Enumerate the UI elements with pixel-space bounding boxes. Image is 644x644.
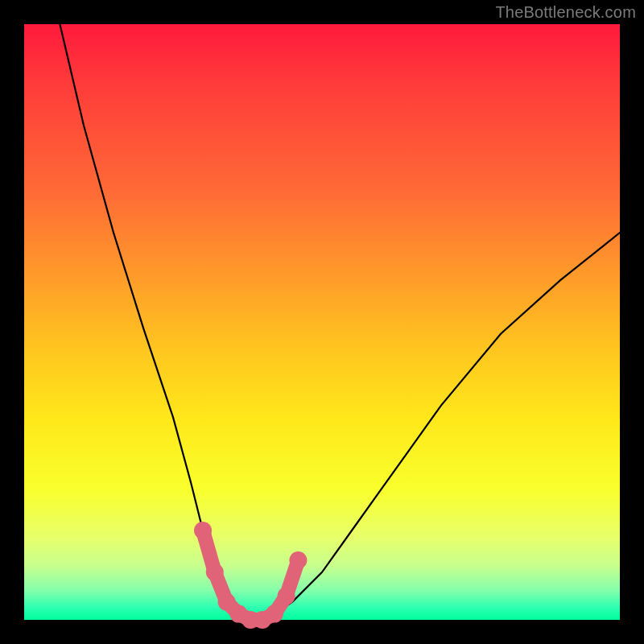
highlight-point bbox=[278, 587, 295, 605]
highlight-point bbox=[206, 564, 224, 581]
bottleneck-curve bbox=[60, 24, 620, 620]
highlight-point bbox=[289, 551, 307, 569]
highlighted-segment bbox=[194, 522, 307, 629]
highlight-point bbox=[266, 605, 283, 623]
highlight-point bbox=[194, 522, 212, 539]
chart-svg bbox=[24, 24, 620, 620]
chart-frame: TheBottleneck.com bbox=[0, 0, 644, 644]
watermark-text: TheBottleneck.com bbox=[495, 3, 636, 22]
